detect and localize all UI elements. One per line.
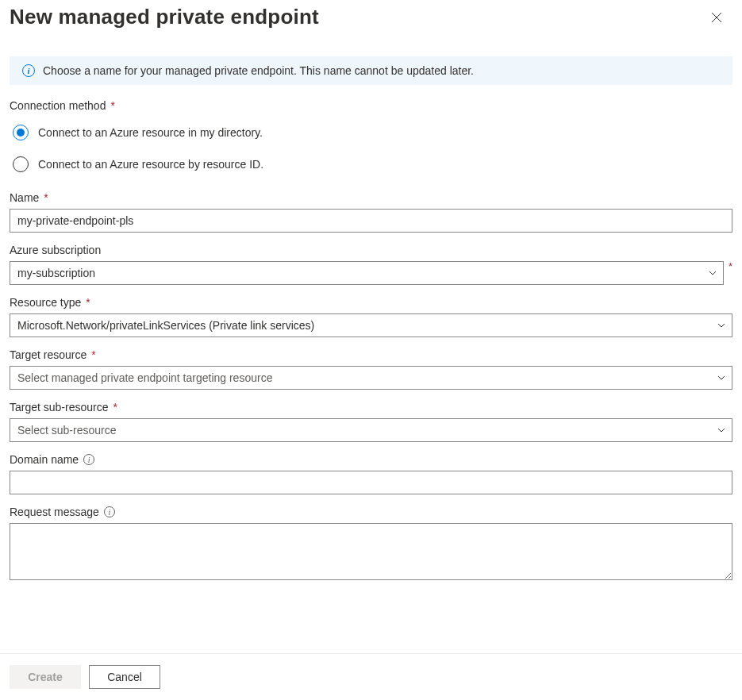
panel-title: New managed private endpoint	[10, 5, 319, 29]
target-sub-resource-label: Target sub-resource*	[10, 401, 732, 413]
connection-method-directory[interactable]: Connect to an Azure resource in my direc…	[10, 117, 732, 148]
domain-name-input[interactable]	[10, 471, 732, 494]
name-label: Name*	[10, 191, 732, 204]
name-input[interactable]	[10, 209, 732, 233]
panel-footer: Create Cancel	[0, 653, 742, 700]
info-banner: i Choose a name for your managed private…	[10, 56, 732, 85]
subscription-required-indicator: *	[729, 261, 732, 272]
radio-label: Connect to an Azure resource in my direc…	[38, 126, 263, 139]
create-button[interactable]: Create	[10, 665, 81, 689]
info-banner-text: Choose a name for your managed private e…	[43, 64, 474, 77]
info-icon: i	[22, 64, 35, 77]
request-message-label: Request message i	[10, 506, 732, 518]
subscription-label: Azure subscription	[10, 244, 732, 256]
close-icon	[711, 12, 722, 23]
radio-icon	[13, 125, 29, 140]
request-message-input[interactable]	[10, 523, 732, 580]
radio-label: Connect to an Azure resource by resource…	[38, 158, 263, 171]
domain-name-label: Domain name i	[10, 453, 732, 466]
connection-method-resource-id[interactable]: Connect to an Azure resource by resource…	[10, 148, 732, 180]
cancel-button[interactable]: Cancel	[89, 665, 160, 689]
subscription-select[interactable]	[10, 261, 724, 285]
info-icon[interactable]: i	[104, 506, 115, 517]
connection-method-label: Connection method*	[10, 99, 732, 112]
resource-type-label: Resource type*	[10, 296, 732, 309]
radio-icon	[13, 156, 29, 172]
connection-method-group: Connect to an Azure resource in my direc…	[10, 117, 732, 180]
info-icon[interactable]: i	[83, 454, 94, 465]
target-resource-label: Target resource*	[10, 348, 732, 361]
target-sub-resource-select[interactable]	[10, 418, 732, 442]
resource-type-select[interactable]	[10, 313, 732, 337]
close-button[interactable]	[705, 6, 728, 29]
target-resource-select[interactable]	[10, 366, 732, 390]
panel-header: New managed private endpoint	[0, 0, 742, 29]
